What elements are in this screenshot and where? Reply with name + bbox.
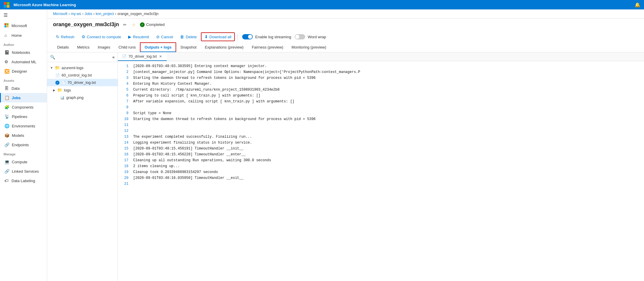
sidebar-item-compute[interactable]: 💻 Compute bbox=[0, 157, 47, 167]
log-content[interactable]: 1[2020-09-01T03:48:03.383595] Entering c… bbox=[118, 61, 644, 281]
word-wrap-toggle[interactable] bbox=[295, 34, 305, 39]
content-area: 🔍 « ▼ 📁 azureml-logs 📄 60_control_log.tx… bbox=[47, 52, 644, 281]
home-icon: ⌂ bbox=[4, 33, 9, 38]
edit-title-button[interactable]: ✏ bbox=[122, 22, 128, 28]
file-search-button[interactable]: 🔍 bbox=[50, 55, 55, 59]
sidebar-item-pipelines[interactable]: 📡 Pipelines bbox=[0, 112, 47, 121]
line-text: 2 items cleaning up... bbox=[133, 164, 180, 169]
sidebar-item-models[interactable]: 📦 Models bbox=[0, 131, 47, 140]
log-line: 6Preparing to call script [ knn_train.py… bbox=[123, 93, 639, 99]
delete-button[interactable]: 🗑 Delete bbox=[177, 33, 200, 41]
line-text: Current directory: /tmp/azureml_runs/knn… bbox=[133, 87, 280, 93]
tab-metrics[interactable]: Metrics bbox=[73, 43, 94, 52]
line-number: 19 bbox=[123, 169, 128, 175]
tab-outputs-logs[interactable]: Outputs + logs bbox=[140, 42, 176, 52]
log-line: 14Logging experiment finalizing status i… bbox=[123, 140, 639, 146]
sidebar-item-jobs[interactable]: 📋 Jobs bbox=[0, 93, 47, 102]
log-line: 20[2020-09-01T03:48:16.035950] TimeoutHa… bbox=[123, 175, 639, 181]
line-number: 3 bbox=[123, 75, 128, 81]
line-text: Starting the daemon thread to refresh to… bbox=[133, 75, 316, 81]
page-header: orange_oxygen_mw3cl3jn ✏ ☆ ✓ Completed ↻… bbox=[47, 19, 644, 52]
line-text: Entering Run History Context Manager. bbox=[133, 81, 212, 87]
line-number: 15 bbox=[123, 146, 128, 152]
folder-logs[interactable]: ▶ 📁 logs bbox=[47, 86, 118, 94]
sidebar-item-microsoft[interactable]: Microsoft bbox=[0, 21, 47, 31]
sidebar-microsoft-label: Microsoft bbox=[11, 24, 27, 28]
status-badge: ✓ Completed bbox=[140, 22, 165, 27]
refresh-button[interactable]: ↻ Refresh bbox=[53, 33, 77, 41]
sidebar-item-data-labeling[interactable]: 🏷 Data Labeling bbox=[0, 176, 47, 185]
resubmit-button[interactable]: ▶ Resubmit bbox=[125, 33, 152, 41]
menu-toggle-button[interactable]: ☰ bbox=[0, 9, 47, 21]
status-text: Completed bbox=[146, 22, 165, 27]
log-line: 15[2020-09-01T03:48:15.456191] TimeoutHa… bbox=[123, 146, 639, 152]
toolbar-divider bbox=[237, 34, 237, 40]
log-line: 8 bbox=[123, 105, 639, 111]
line-text: Starting the daemon thread to refresh to… bbox=[133, 117, 316, 122]
log-line: 7After variable expansion, calling scrip… bbox=[123, 99, 639, 105]
favorite-button[interactable]: ☆ bbox=[131, 22, 137, 28]
bell-icon[interactable]: 🔔 bbox=[635, 2, 640, 8]
tab-details[interactable]: Details bbox=[53, 43, 73, 52]
compute-icon: 💻 bbox=[4, 159, 9, 164]
breadcrumb: Microsoft › my-ws › Jobs › knn_project ›… bbox=[47, 9, 644, 19]
log-tab-close-button[interactable]: ✕ bbox=[158, 54, 163, 59]
svg-rect-0 bbox=[4, 2, 6, 5]
svg-rect-5 bbox=[7, 23, 9, 25]
breadcrumb-knn-project[interactable]: knn_project bbox=[96, 12, 114, 16]
line-number: 6 bbox=[123, 93, 128, 99]
sidebar-item-notebooks[interactable]: 📓 Notebooks bbox=[0, 48, 47, 57]
status-icon: ✓ bbox=[140, 22, 145, 27]
sidebar-item-automated-ml[interactable]: ⚙ Automated ML bbox=[0, 57, 47, 66]
tab-monitoring[interactable]: Monitoring (preview) bbox=[288, 43, 331, 52]
file-70-driver-log[interactable]: ✓ 📄 70_driver_log.txt bbox=[47, 79, 118, 86]
sidebar-designer-label: Designer bbox=[12, 69, 27, 74]
tab-explanations[interactable]: Explanations (preview) bbox=[201, 43, 248, 52]
svg-rect-7 bbox=[7, 26, 9, 28]
jobs-icon: 📋 bbox=[4, 95, 9, 100]
line-number: 12 bbox=[123, 128, 128, 134]
sidebar-item-environments[interactable]: 🌐 Environments bbox=[0, 121, 47, 131]
tab-images[interactable]: Images bbox=[94, 43, 115, 52]
folder-icon-azureml-logs: 📁 bbox=[55, 65, 60, 70]
tab-fairness[interactable]: Fairness (preview) bbox=[248, 43, 288, 52]
connect-compute-button[interactable]: ⚙ Connect to compute bbox=[79, 33, 124, 41]
svg-rect-4 bbox=[4, 23, 6, 25]
file-graph-png[interactable]: 📊 graph.png bbox=[47, 94, 118, 101]
log-viewer: 📄 70_driver_log.txt ✕ 1[2020-09-01T03:48… bbox=[118, 52, 644, 281]
sidebar-jobs-label: Jobs bbox=[12, 96, 21, 100]
sidebar-models-label: Models bbox=[12, 133, 24, 138]
file-60-control-log[interactable]: 📄 60_control_log.txt bbox=[47, 72, 118, 79]
svg-rect-3 bbox=[7, 5, 9, 8]
sidebar-item-designer[interactable]: 🔀 Designer bbox=[0, 66, 47, 76]
breadcrumb-microsoft[interactable]: Microsoft bbox=[53, 12, 67, 16]
breadcrumb-current: orange_oxygen_mw3cl3jn bbox=[118, 12, 158, 16]
tab-snapshot[interactable]: Snapshot bbox=[176, 43, 201, 52]
breadcrumb-workspace[interactable]: my-ws bbox=[71, 12, 81, 16]
data-icon: 🗄 bbox=[4, 86, 9, 91]
line-number: 16 bbox=[123, 152, 128, 158]
log-line: 21 bbox=[123, 181, 639, 187]
collapse-panel-button[interactable]: « bbox=[112, 55, 115, 59]
sidebar-automated-ml-label: Automated ML bbox=[11, 60, 37, 64]
sidebar-item-components[interactable]: 🧩 Components bbox=[0, 102, 47, 112]
log-tab-70-driver[interactable]: 📄 70_driver_log.txt ✕ bbox=[118, 52, 167, 61]
log-tab-name: 70_driver_log.txt bbox=[128, 54, 157, 59]
sidebar-item-endpoints[interactable]: 🔗 Endpoints bbox=[0, 140, 47, 149]
tab-child-runs[interactable]: Child runs bbox=[114, 43, 140, 52]
sidebar-environments-label: Environments bbox=[12, 124, 35, 128]
cancel-button[interactable]: ⊘ Cancel bbox=[153, 33, 176, 41]
file-icon-graph: 📊 bbox=[60, 96, 65, 100]
folder-azureml-logs[interactable]: ▼ 📁 azureml-logs bbox=[47, 64, 118, 72]
log-line: 11 bbox=[123, 122, 639, 128]
breadcrumb-jobs[interactable]: Jobs bbox=[85, 12, 92, 16]
sidebar-item-linked-services[interactable]: 🔗 Linked Services bbox=[0, 167, 47, 176]
download-all-button[interactable]: ⬇ Download all bbox=[201, 32, 235, 41]
cancel-icon: ⊘ bbox=[156, 34, 160, 39]
microsoft-icon bbox=[4, 23, 9, 28]
sidebar-home-label: Home bbox=[11, 33, 22, 38]
sidebar-item-data[interactable]: 🗄 Data bbox=[0, 84, 47, 93]
sidebar-item-home[interactable]: ⌂ Home bbox=[0, 31, 47, 40]
log-streaming-toggle[interactable] bbox=[242, 34, 253, 39]
word-wrap-label: Word wrap bbox=[308, 35, 326, 39]
